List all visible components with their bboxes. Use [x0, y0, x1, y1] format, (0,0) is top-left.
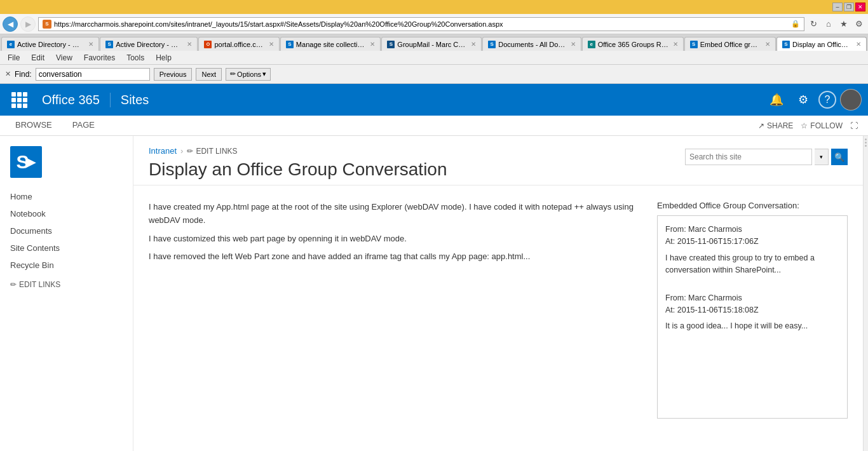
tab-close-7[interactable]: ✕: [673, 41, 678, 48]
resize-dot-2: [865, 142, 867, 144]
find-close-button[interactable]: ✕: [5, 70, 11, 78]
menu-bar: File Edit View Favorites Tools Help: [0, 51, 868, 65]
sp-tab-browse[interactable]: BROWSE: [10, 116, 57, 136]
resize-dot-1: [865, 138, 867, 140]
settings-gear-button[interactable]: ⚙: [792, 88, 815, 111]
tab-docs[interactable]: S Documents - All Doc... ✕: [482, 37, 581, 51]
notification-button[interactable]: 🔔: [765, 88, 788, 111]
follow-button[interactable]: ☆ FOLLOW: [801, 121, 843, 130]
sp-arrow-icon: ▶: [25, 154, 36, 170]
page-title: Display an Office Group Conversation: [149, 159, 670, 180]
conv-from-2: From: Marc Charmois: [665, 292, 839, 304]
sharepoint-logo: S ▶: [10, 146, 123, 178]
restore-button[interactable]: ❐: [844, 3, 854, 11]
tab-manage[interactable]: S Manage site collectio... ✕: [280, 37, 381, 51]
menu-edit[interactable]: Edit: [26, 52, 50, 64]
waffle-grid-icon: [11, 92, 27, 108]
find-options-arrow-icon: ▾: [262, 70, 266, 78]
tab-label-1: Active Directory - Mi...: [17, 41, 85, 48]
o365-actions: 🔔 ⚙ ?: [765, 88, 862, 111]
favicon-icon: S: [43, 20, 51, 29]
conv-message-1: From: Marc Charmois At: 2015-11-06T15:17…: [665, 224, 839, 277]
sidebar-item-documents[interactable]: Documents: [0, 222, 133, 239]
tab-close-4[interactable]: ✕: [370, 41, 375, 48]
forward-button[interactable]: ▶: [20, 17, 36, 32]
sidebar-item-home[interactable]: Home: [0, 188, 133, 205]
edit-links-button[interactable]: ✏ EDIT LINKS: [187, 147, 237, 156]
menu-help[interactable]: Help: [151, 52, 177, 64]
tab-label-5: GroupMail - Marc Ch...: [397, 41, 467, 48]
sp-subheader: BROWSE PAGE ↗ SHARE ☆ FOLLOW ⛶: [0, 116, 868, 136]
content-paragraph-3: I have removed the left Web Part zone an…: [149, 250, 642, 264]
user-avatar[interactable]: [840, 89, 862, 111]
tab-favicon-6: S: [488, 41, 496, 48]
sidebar-item-notebook[interactable]: Notebook: [0, 205, 133, 222]
back-button[interactable]: ◀: [3, 17, 18, 32]
close-button[interactable]: ✕: [855, 3, 865, 11]
find-input[interactable]: [36, 68, 150, 81]
sidebar-item-site-contents[interactable]: Site Contents: [0, 239, 133, 257]
tab-close-9[interactable]: ✕: [856, 41, 861, 48]
find-options-button[interactable]: ✏ Options ▾: [226, 68, 271, 81]
find-bar: ✕ Find: Previous Next ✏ Options ▾: [0, 65, 868, 84]
waffle-button[interactable]: [6, 87, 32, 112]
focus-button[interactable]: ⛶: [850, 121, 858, 130]
tab-groupmail[interactable]: S GroupMail - Marc Ch... ✕: [381, 37, 482, 51]
find-previous-button[interactable]: Previous: [154, 68, 193, 81]
sidebar-item-recycle-bin[interactable]: Recycle Bin: [0, 257, 133, 274]
browser-toolbar: ◀ ▶ S 🔒 ↻ ⌂ ★ ⚙: [0, 14, 868, 34]
tab-label-4: Manage site collectio...: [296, 41, 366, 48]
tab-ad1[interactable]: e Active Directory - Mi... ✕: [1, 37, 99, 51]
url-input[interactable]: [54, 20, 789, 28]
settings-button[interactable]: ⚙: [853, 18, 865, 30]
site-search-input[interactable]: [685, 149, 812, 165]
menu-favorites[interactable]: Favorites: [79, 52, 120, 64]
tab-groups[interactable]: e Office 365 Groups RE... ✕: [582, 37, 684, 51]
content-area: Intranet › ✏ EDIT LINKS Display an Offic…: [133, 136, 863, 451]
tab-close-6[interactable]: ✕: [571, 41, 576, 48]
tab-display[interactable]: S Display an Office ... ✕: [776, 37, 867, 51]
tab-close-5[interactable]: ✕: [471, 41, 476, 48]
tab-portal[interactable]: O portal.office.com ✕: [198, 37, 279, 51]
tab-close-1[interactable]: ✕: [88, 41, 93, 48]
follow-label: FOLLOW: [810, 121, 843, 130]
help-button[interactable]: ?: [818, 91, 836, 109]
breadcrumb-intranet-link[interactable]: Intranet: [149, 146, 177, 156]
sp-logo-box: S ▶: [10, 146, 42, 178]
share-label: SHARE: [767, 121, 793, 130]
sp-tab-page[interactable]: PAGE: [67, 116, 100, 136]
tab-favicon-4: S: [286, 41, 294, 48]
tab-favicon-5: S: [387, 41, 395, 48]
tab-label-8: Embed Office group: [700, 41, 761, 48]
find-next-button[interactable]: Next: [196, 68, 222, 81]
search-dropdown-button[interactable]: ▾: [815, 149, 829, 165]
share-button[interactable]: ↗ SHARE: [758, 121, 793, 130]
conversation-box[interactable]: From: Marc Charmois At: 2015-11-06T15:17…: [657, 215, 848, 419]
refresh-button[interactable]: ↻: [807, 18, 820, 30]
tab-close-2[interactable]: ✕: [187, 41, 192, 48]
favorites-button[interactable]: ★: [837, 18, 850, 30]
o365-section-label: Sites: [111, 93, 765, 107]
documents-nav-label: Documents: [10, 226, 52, 236]
o365-brand-label[interactable]: Office 365: [32, 93, 111, 107]
minimize-button[interactable]: –: [832, 3, 843, 11]
home-button[interactable]: ⌂: [822, 18, 835, 30]
tab-favicon-9: S: [782, 41, 790, 48]
tab-ad2[interactable]: S Active Directory - Mi... ✕: [100, 37, 198, 51]
tab-favicon-1: e: [7, 41, 15, 48]
search-box-area: ▾ 🔍: [685, 149, 848, 165]
content-paragraph-1: I have created my App.html page at the r…: [149, 201, 642, 227]
sidebar-edit-links-button[interactable]: ✏ EDIT LINKS: [0, 276, 133, 293]
tab-close-3[interactable]: ✕: [269, 41, 274, 48]
menu-tools[interactable]: Tools: [121, 52, 149, 64]
search-go-button[interactable]: 🔍: [831, 149, 848, 165]
tab-close-8[interactable]: ✕: [765, 41, 770, 48]
main-layout: S ▶ Home Notebook Documents Site Content…: [0, 136, 868, 451]
menu-view[interactable]: View: [51, 52, 78, 64]
menu-file[interactable]: File: [3, 52, 25, 64]
window-titlebar: – ❐ ✕: [0, 0, 868, 14]
tab-label-3: portal.office.com: [214, 41, 264, 48]
tab-embed[interactable]: S Embed Office group ✕: [684, 37, 776, 51]
conv-at-2: At: 2015-11-06T15:18:08Z: [665, 304, 839, 316]
conv-body-1: I have created this group to try to embe…: [665, 252, 839, 277]
